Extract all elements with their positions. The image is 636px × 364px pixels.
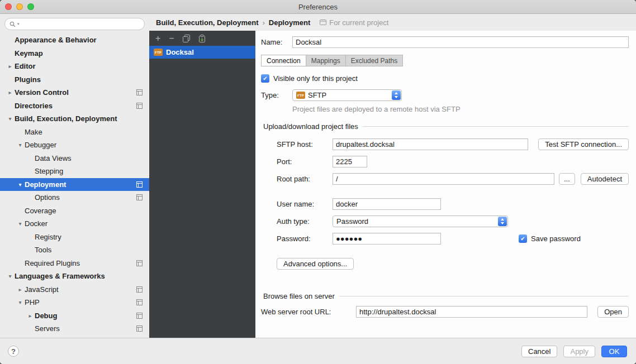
close-window-button[interactable]	[5, 3, 12, 10]
tab-excluded-paths[interactable]: Excluded Paths	[346, 55, 403, 66]
sidebar-item-label: Languages & Frameworks	[15, 272, 136, 280]
sidebar-tree-item[interactable]: Keymap	[0, 47, 149, 60]
type-hint-text: Project files are deployed to a remote h…	[292, 105, 629, 113]
browse-section-title: Browse files on server	[263, 292, 335, 300]
root-path-field[interactable]	[333, 173, 554, 185]
shared-settings-icon	[136, 103, 143, 109]
sidebar-tree-item[interactable]: ▸ JavaScript	[0, 283, 149, 296]
tree-toggle-icon[interactable]: ▸	[26, 313, 35, 319]
tree-toggle-icon[interactable]: ▾	[6, 116, 15, 122]
sidebar-tree-item[interactable]: Required Plugins	[0, 257, 149, 270]
sidebar-tree-item[interactable]: ▾ Docker	[0, 217, 149, 231]
sidebar-tree-item[interactable]: ▾ Build, Execution, Deployment	[0, 112, 149, 126]
sidebar-tree-item[interactable]: ▾ Languages & Frameworks	[0, 270, 149, 283]
sidebar-tree-item[interactable]: Tools	[0, 243, 149, 257]
shared-settings-icon	[136, 194, 143, 200]
sidebar-tree-item[interactable]: Options	[0, 191, 149, 204]
sftp-host-field[interactable]	[333, 138, 528, 150]
user-name-field[interactable]	[333, 198, 441, 210]
sidebar-item-label: Debugger	[25, 141, 136, 149]
add-server-button[interactable]: +	[155, 35, 160, 42]
sidebar-item-label: Data Views	[35, 154, 136, 162]
auth-type-label: Auth type:	[277, 217, 333, 226]
auth-type-value: Password	[336, 217, 495, 226]
sidebar-tree-item[interactable]: Servers	[0, 322, 149, 336]
sidebar-item-label: JavaScript	[25, 285, 136, 294]
tree-toggle-icon[interactable]: ▾	[16, 299, 25, 305]
copy-server-button[interactable]	[183, 35, 190, 42]
tree-toggle-icon[interactable]: ▾	[16, 221, 25, 227]
type-select[interactable]: FTP SFTP	[292, 89, 402, 101]
sidebar-item-label: Make	[25, 128, 136, 136]
section-rule	[363, 126, 629, 127]
project-scope-indicator: For current project	[320, 18, 388, 27]
autodetect-button[interactable]: Autodetect	[581, 173, 629, 185]
sidebar-tree-item[interactable]: Make	[0, 126, 149, 139]
sidebar-tree-item[interactable]: Directories	[0, 99, 149, 113]
sidebar-tree-item[interactable]: Stepping	[0, 165, 149, 178]
remove-server-button[interactable]: −	[169, 35, 174, 42]
sidebar-tree-item[interactable]: Registry	[0, 231, 149, 244]
sidebar-tree-item[interactable]: Coverage	[0, 204, 149, 218]
tree-toggle-icon[interactable]: ▸	[16, 286, 25, 293]
sidebar-tree-item[interactable]: ▾ Deployment	[0, 178, 149, 191]
settings-tree: Appearance & Behavior Keymap ▸ Editor Pl…	[0, 31, 149, 338]
sidebar-tree-item[interactable]: ▾ PHP	[0, 296, 149, 309]
paste-server-button[interactable]	[198, 35, 206, 42]
sidebar-item-label: Options	[35, 193, 136, 202]
sidebar-tree-item[interactable]: ▸ Debug	[0, 309, 149, 323]
sidebar-tree-item[interactable]: Plugins	[0, 73, 149, 87]
name-field[interactable]	[292, 36, 629, 48]
sidebar-tree-item[interactable]: Appearance & Behavior	[0, 33, 149, 47]
tree-toggle-icon[interactable]: ▸	[6, 89, 15, 95]
auth-type-select[interactable]: Password	[333, 215, 508, 227]
search-input[interactable]	[21, 20, 140, 28]
breadcrumb-current[interactable]: Deployment	[269, 18, 310, 27]
browse-root-path-button[interactable]: ...	[559, 173, 575, 185]
visible-project-checkbox[interactable]: ✔	[261, 74, 269, 83]
tree-toggle-icon[interactable]: ▾	[6, 273, 15, 279]
tree-toggle-icon[interactable]: ▾	[16, 142, 25, 148]
save-password-checkbox[interactable]: ✔	[519, 234, 527, 243]
sidebar-tree-item[interactable]: ▸ Version Control	[0, 86, 149, 99]
tab-connection[interactable]: Connection	[261, 55, 306, 66]
sidebar-item-label: Stepping	[35, 167, 136, 175]
shared-settings-icon	[136, 325, 143, 332]
sidebar-tree-item[interactable]: Data Views	[0, 152, 149, 165]
password-field[interactable]	[333, 233, 441, 245]
shared-settings-icon	[136, 260, 143, 266]
open-url-button[interactable]: Open	[597, 306, 629, 318]
preferences-window: Preferences ▾ Appearance & Behavior Keym…	[0, 0, 636, 364]
apply-button[interactable]: Apply	[563, 346, 595, 357]
sidebar-tree-item[interactable]: ▾ Debugger	[0, 138, 149, 152]
settings-search-box[interactable]: ▾	[4, 18, 145, 30]
tree-toggle-icon[interactable]: ▸	[6, 63, 15, 69]
help-button[interactable]: ?	[8, 346, 19, 357]
breadcrumb: Build, Execution, Deployment › Deploymen…	[149, 14, 636, 31]
minimize-window-button[interactable]	[16, 3, 23, 10]
tab-mappings[interactable]: Mappings	[306, 55, 346, 66]
search-options-caret-icon[interactable]: ▾	[17, 22, 20, 26]
cancel-button[interactable]: Cancel	[521, 346, 557, 357]
tree-toggle-icon[interactable]: ▾	[16, 181, 25, 188]
deployment-form: Name: Connection Mappings Excluded Paths…	[255, 31, 636, 338]
sidebar-item-label: Appearance & Behavior	[15, 36, 136, 44]
dropdown-stepper-icon[interactable]	[392, 90, 401, 100]
port-field[interactable]	[333, 156, 367, 167]
advanced-options-button[interactable]: Advanced options...	[277, 258, 354, 270]
settings-sidebar: ▾ Appearance & Behavior Keymap ▸ Editor	[0, 14, 149, 338]
shared-settings-icon	[136, 313, 143, 319]
servers-list-panel: + − FTP Docksal	[149, 31, 255, 338]
sidebar-item-label: Build, Execution, Deployment	[15, 114, 136, 123]
breadcrumb-parent[interactable]: Build, Execution, Deployment	[156, 18, 258, 27]
sidebar-item-label: Coverage	[25, 207, 136, 215]
sidebar-tree-item[interactable]: ▸ Editor	[0, 60, 149, 73]
sidebar-item-label: Debug	[35, 312, 136, 320]
zoom-window-button[interactable]	[27, 3, 34, 10]
test-sftp-connection-button[interactable]: Test SFTP connection...	[538, 138, 629, 150]
web-root-field[interactable]	[356, 306, 587, 318]
server-list-item[interactable]: FTP Docksal	[149, 46, 255, 59]
password-label: Password:	[277, 234, 333, 243]
dropdown-stepper-icon[interactable]	[498, 217, 507, 226]
ok-button[interactable]: OK	[601, 346, 627, 357]
